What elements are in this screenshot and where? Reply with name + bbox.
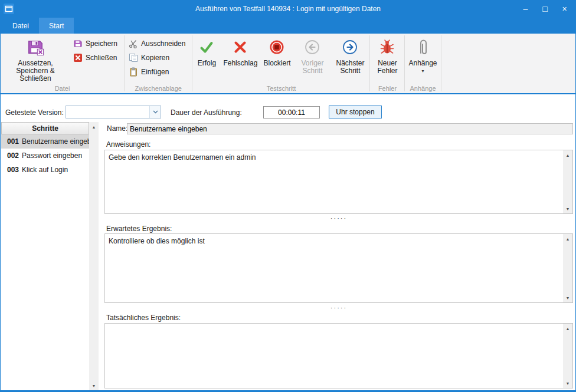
- instructions-label: Anweisungen:: [106, 140, 150, 149]
- ribbon-tab-row: Datei Start: [1, 18, 575, 34]
- minimize-button[interactable]: –: [516, 0, 535, 18]
- tested-version-label: Getestete Version:: [5, 108, 64, 117]
- step-number: 002: [7, 151, 19, 160]
- ribbon-button-label: Schließen: [86, 54, 117, 62]
- steps-panel: Schritte 001 Benutzername eingeben 002 P…: [1, 122, 99, 390]
- instructions-textarea[interactable]: Gebe den korrekten Benutzernamen ein adm…: [104, 150, 573, 214]
- paste-icon: [128, 67, 138, 77]
- ribbon-button-label: Nächster Schritt: [334, 60, 366, 75]
- close-red-icon: [73, 53, 83, 63]
- previous-step-button: Voriger Schritt: [293, 34, 331, 75]
- steps-scrollbar[interactable]: ▲ ▼: [89, 122, 99, 390]
- small-button-stack: Speichern Schließen: [70, 34, 123, 65]
- ribbon-group-content: Neuer Fehler: [371, 34, 404, 84]
- cut-button[interactable]: Ausschneiden: [125, 37, 191, 51]
- step-row[interactable]: 003 Klick auf Login: [1, 163, 89, 177]
- success-button[interactable]: Erfolg: [193, 34, 220, 67]
- new-defect-button[interactable]: Neuer Fehler: [371, 34, 404, 75]
- name-label: Name:: [107, 124, 127, 133]
- steps-list: 001 Benutzername eingeben 002 Passwort e…: [1, 134, 89, 390]
- ribbon-separator: [441, 35, 441, 91]
- app-window: Ausführen von Testfall 140934 : Login mi…: [0, 0, 576, 392]
- ribbon-group-content: Erfolg Fehlschlag Blockiert: [193, 34, 369, 84]
- save-button[interactable]: Speichern: [70, 37, 123, 51]
- step-number: 003: [7, 166, 19, 174]
- window-title: Ausführen von Testfall 140934 : Login mi…: [1, 0, 575, 18]
- splitter-handle[interactable]: ·····: [104, 215, 573, 222]
- expected-result-text: Kontrolliere ob dies möglich ist: [109, 237, 559, 246]
- ribbon-button-label: Voriger Schritt: [296, 60, 328, 75]
- ribbon-group-label: Fehler: [370, 85, 404, 92]
- paperclip-icon: [417, 36, 430, 58]
- close-testcase-button[interactable]: Schließen: [70, 51, 123, 65]
- next-step-button[interactable]: Nächster Schritt: [331, 34, 369, 75]
- step-row[interactable]: 001 Benutzername eingeben: [1, 134, 89, 149]
- ribbon-group-anhaenge: Anhänge ▾ Anhänge: [405, 34, 440, 93]
- duration-input[interactable]: [263, 106, 320, 118]
- ribbon-button-label: Einfügen: [141, 68, 169, 76]
- save-suspend-icon: [27, 36, 44, 58]
- chevron-down-icon: [153, 110, 158, 114]
- expected-scrollbar[interactable]: ▲ ▼: [563, 234, 572, 302]
- suspend-save-close-button[interactable]: Aussetzen, Speichern & Schließen: [1, 34, 70, 83]
- step-row[interactable]: 002 Passwort eingeben: [1, 149, 89, 163]
- save-icon: [73, 39, 83, 49]
- paste-button[interactable]: Einfügen: [125, 65, 191, 79]
- close-button[interactable]: ×: [555, 0, 574, 18]
- fail-button[interactable]: Fehlschlag: [220, 34, 260, 67]
- ribbon-button-label: Anhänge: [408, 60, 437, 67]
- chevron-down-icon[interactable]: ▾: [422, 69, 424, 74]
- window-controls: – □ ×: [516, 0, 574, 18]
- scroll-down-icon[interactable]: ▼: [563, 204, 572, 213]
- ribbon-group-content: Aussetzen, Speichern & Schließen Speiche…: [1, 34, 123, 84]
- actual-result-label: Tatsächliches Ergebnis:: [106, 314, 181, 322]
- ribbon-group-fehler: Neuer Fehler Fehler: [370, 34, 404, 93]
- ribbon-button-label: Blockiert: [263, 60, 290, 67]
- steps-header: Schritte: [1, 122, 89, 134]
- cross-icon: [233, 36, 247, 58]
- scroll-up-icon[interactable]: ▲: [563, 150, 572, 160]
- version-combobox[interactable]: [66, 106, 161, 118]
- step-label: Passwort eingeben: [22, 151, 82, 160]
- bug-icon: [380, 36, 394, 58]
- scroll-up-icon[interactable]: ▲: [89, 122, 99, 131]
- scroll-up-icon[interactable]: ▲: [563, 234, 572, 243]
- step-name-input[interactable]: [127, 123, 573, 134]
- ribbon-group-label: Anhänge: [405, 85, 440, 92]
- ribbon: Aussetzen, Speichern & Schließen Speiche…: [1, 34, 575, 94]
- ribbon-button-label: Neuer Fehler: [374, 60, 401, 75]
- ribbon-button-label: Aussetzen, Speichern & Schließen: [4, 60, 67, 83]
- tab-start[interactable]: Start: [39, 18, 74, 34]
- instructions-scrollbar[interactable]: ▲ ▼: [563, 150, 572, 213]
- previous-step-icon: [305, 36, 320, 58]
- splitter-handle[interactable]: ·····: [104, 304, 573, 311]
- expected-result-textarea[interactable]: Kontrolliere ob dies möglich ist ▲ ▼: [104, 233, 573, 303]
- ribbon-group-testschritt: Erfolg Fehlschlag Blockiert: [192, 34, 369, 93]
- blocked-button[interactable]: Blockiert: [260, 34, 293, 67]
- ribbon-group-label: Datei: [1, 85, 124, 92]
- ribbon-group-zwischenablage: Ausschneiden Kopieren Einfügen: [125, 34, 192, 93]
- scroll-up-icon[interactable]: ▲: [563, 324, 572, 333]
- copy-button[interactable]: Kopieren: [125, 51, 191, 65]
- scroll-down-icon[interactable]: ▼: [563, 293, 572, 302]
- stop-clock-button[interactable]: Uhr stoppen: [329, 106, 382, 118]
- ribbon-button-label: Kopieren: [141, 54, 169, 62]
- ribbon-group-label: Zwischenablage: [125, 85, 192, 92]
- actual-result-textarea[interactable]: ▲ ▼: [104, 323, 573, 388]
- tab-datei[interactable]: Datei: [2, 18, 39, 34]
- titlebar: Ausführen von Testfall 140934 : Login mi…: [1, 0, 575, 18]
- maximize-button[interactable]: □: [535, 0, 555, 18]
- duration-label: Dauer der Ausführung:: [171, 108, 242, 117]
- scroll-down-icon[interactable]: ▼: [563, 378, 572, 388]
- step-label: Benutzername eingeben: [22, 137, 89, 146]
- small-button-stack: Ausschneiden Kopieren Einfügen: [125, 34, 191, 79]
- ribbon-group-content: Ausschneiden Kopieren Einfügen: [125, 34, 191, 84]
- ribbon-group-label: Testschritt: [192, 85, 369, 92]
- combobox-dropdown-button[interactable]: [149, 106, 161, 118]
- actual-scrollbar[interactable]: ▲ ▼: [563, 324, 572, 388]
- step-number: 001: [7, 137, 19, 146]
- attachments-button[interactable]: Anhänge ▾: [405, 34, 440, 74]
- ribbon-button-label: Speichern: [86, 39, 117, 48]
- ribbon-button-label: Fehlschlag: [223, 60, 257, 67]
- scroll-down-icon[interactable]: ▼: [89, 381, 99, 390]
